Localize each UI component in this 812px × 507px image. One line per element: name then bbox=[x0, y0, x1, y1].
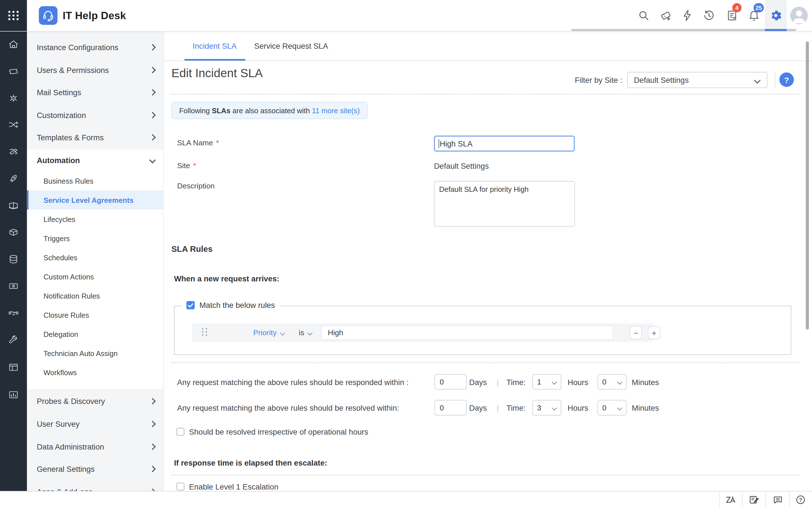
sidebar-item-data-administration[interactable]: Data Administration bbox=[27, 437, 163, 456]
database-icon[interactable] bbox=[8, 254, 18, 265]
reports-chart-icon[interactable] bbox=[8, 390, 18, 400]
rule-value-field[interactable]: High bbox=[321, 325, 613, 340]
svg-text:?: ? bbox=[799, 497, 802, 503]
text-caret bbox=[439, 139, 439, 148]
shuffle-icon[interactable] bbox=[8, 119, 18, 130]
app-logo[interactable] bbox=[39, 6, 57, 25]
responded-hours-select[interactable]: 1 bbox=[532, 374, 561, 390]
module-rail bbox=[0, 31, 27, 491]
time-label: Time: bbox=[506, 404, 525, 412]
home-icon[interactable] bbox=[8, 40, 18, 50]
chevron-right-icon bbox=[149, 134, 156, 140]
sidebar-item-general-settings[interactable]: General Settings bbox=[27, 459, 163, 478]
settings-gear-icon bbox=[770, 10, 781, 21]
sidebar-item-business-rules[interactable]: Business Rules bbox=[27, 171, 163, 190]
sidebar-item-customization[interactable]: Customization bbox=[27, 106, 163, 124]
knowledge-book-icon[interactable] bbox=[8, 200, 18, 211]
sidebar-item-notification-rules[interactable]: Notification Rules bbox=[27, 286, 163, 305]
sidebar-item-lifecycles[interactable]: Lifecycles bbox=[27, 210, 163, 229]
banner-text: are also associated with bbox=[233, 106, 310, 114]
top-header: IT Help Desk 4 25 bbox=[0, 0, 812, 32]
launch-rocket-icon[interactable] bbox=[8, 173, 18, 184]
sidebar-item-label: Apps & Add-ons bbox=[37, 487, 93, 491]
search-icon[interactable] bbox=[638, 9, 650, 22]
enable-level1-escalation-checkbox[interactable] bbox=[176, 483, 185, 491]
sidebar-item-custom-actions[interactable]: Custom Actions bbox=[27, 267, 163, 286]
tab-service-request-sla[interactable]: Service Request SLA bbox=[254, 31, 328, 61]
sidebar-item-schedules[interactable]: Schedules bbox=[27, 248, 163, 267]
vertical-scrollbar-thumb[interactable] bbox=[806, 41, 809, 330]
more-sites-link[interactable]: 11 more site(s) bbox=[312, 106, 360, 114]
pipe-separator: | bbox=[497, 404, 499, 412]
help-icon[interactable]: ? bbox=[795, 495, 806, 505]
integrations-icon[interactable] bbox=[8, 147, 18, 157]
notifications-badge: 25 bbox=[753, 3, 764, 12]
match-rules-checkbox[interactable] bbox=[186, 301, 195, 309]
responded-minutes-select[interactable]: 0 bbox=[598, 374, 627, 390]
contracts-handshake-icon[interactable] bbox=[8, 308, 18, 318]
sla-name-input[interactable]: High SLA bbox=[434, 135, 575, 152]
help-button[interactable]: ? bbox=[779, 72, 794, 87]
zia-assistant-icon[interactable] bbox=[725, 495, 736, 505]
sidebar-item-closure-rules[interactable]: Closure Rules bbox=[27, 305, 163, 325]
sidebar-item-technician-auto-assign[interactable]: Technician Auto Assign bbox=[27, 344, 163, 363]
active-tab-indicator bbox=[185, 59, 246, 61]
rule-field-dropdown[interactable]: Priority bbox=[253, 323, 284, 342]
chevron-down-icon bbox=[308, 330, 313, 335]
sidebar-item-label: Delegation bbox=[43, 330, 78, 338]
probe-bug-icon[interactable] bbox=[8, 93, 18, 104]
settings-gear-button[interactable] bbox=[765, 0, 786, 31]
chevron-right-icon bbox=[149, 66, 156, 73]
history-icon[interactable] bbox=[703, 9, 715, 22]
tab-incident-sla[interactable]: Incident SLA bbox=[193, 31, 237, 61]
remove-rule-button[interactable]: − bbox=[629, 326, 642, 339]
drag-handle-icon[interactable] bbox=[202, 328, 207, 336]
tools-wrench-icon[interactable] bbox=[8, 334, 18, 345]
filter-by-site-label: Filter by Site : bbox=[575, 75, 622, 84]
add-rule-button[interactable]: + bbox=[648, 326, 660, 339]
sidebar-item-probes-discovery[interactable]: Probes & Discovery bbox=[27, 392, 163, 410]
sidebar-item-delegation[interactable]: Delegation bbox=[27, 325, 163, 344]
chevron-right-icon bbox=[149, 398, 156, 404]
banner-bold-text: SLAs bbox=[212, 106, 231, 114]
operational-hours-checkbox[interactable] bbox=[176, 428, 185, 436]
billing-icon[interactable] bbox=[8, 281, 18, 291]
site-filter-dropdown[interactable]: Default Settings bbox=[627, 72, 767, 88]
sidebar-item-automation[interactable]: Automation bbox=[27, 151, 163, 169]
hours-label: Hours bbox=[567, 378, 588, 386]
feedback-edit-icon[interactable] bbox=[749, 495, 759, 505]
required-asterisk: * bbox=[216, 138, 219, 147]
chevron-right-icon bbox=[149, 465, 156, 472]
sidebar-item-triggers[interactable]: Triggers bbox=[27, 229, 163, 248]
resolved-minutes-select[interactable]: 0 bbox=[598, 400, 627, 415]
description-textarea[interactable]: Default SLA for priority High bbox=[434, 181, 575, 227]
sidebar-item-label: Users & Permissions bbox=[37, 65, 109, 74]
tickets-icon[interactable] bbox=[8, 66, 18, 76]
assets-box-icon[interactable] bbox=[8, 227, 18, 237]
rule-operator-dropdown[interactable]: is bbox=[299, 323, 312, 342]
sidebar-item-templates-forms[interactable]: Templates & Forms bbox=[27, 128, 163, 147]
sidebar-item-instance-configurations[interactable]: Instance Configurations bbox=[27, 38, 163, 56]
app-switcher-button[interactable] bbox=[0, 0, 27, 31]
sidebar-item-apps-addons[interactable]: Apps & Add-ons bbox=[27, 482, 163, 491]
banner-text: Following bbox=[179, 106, 210, 114]
resolved-hours-select[interactable]: 3 bbox=[532, 400, 561, 415]
sidebar-item-service-level-agreements[interactable]: Service Level Agreements bbox=[27, 190, 163, 210]
sidebar-item-label: Schedules bbox=[43, 253, 77, 262]
description-label: Description bbox=[177, 182, 214, 190]
user-avatar[interactable] bbox=[790, 7, 808, 24]
hours-label: Hours bbox=[567, 404, 588, 412]
add-ticket-icon[interactable] bbox=[659, 9, 672, 22]
responded-days-input[interactable]: 0 bbox=[435, 374, 467, 390]
quick-actions-icon[interactable] bbox=[681, 9, 693, 22]
divider bbox=[765, 492, 766, 507]
sidebar-item-label: Data Administration bbox=[37, 442, 104, 451]
sidebar-item-workflows[interactable]: Workflows bbox=[27, 363, 163, 382]
sidebar-item-users-permissions[interactable]: Users & Permissions bbox=[27, 61, 163, 79]
sidebar-item-mail-settings[interactable]: Mail Settings bbox=[27, 83, 163, 101]
chat-icon[interactable] bbox=[772, 495, 783, 505]
resolved-days-input[interactable]: 0 bbox=[435, 400, 467, 415]
divider bbox=[789, 492, 790, 507]
layout-window-icon[interactable] bbox=[8, 362, 18, 373]
sidebar-item-user-survey[interactable]: User Survey bbox=[27, 414, 163, 433]
